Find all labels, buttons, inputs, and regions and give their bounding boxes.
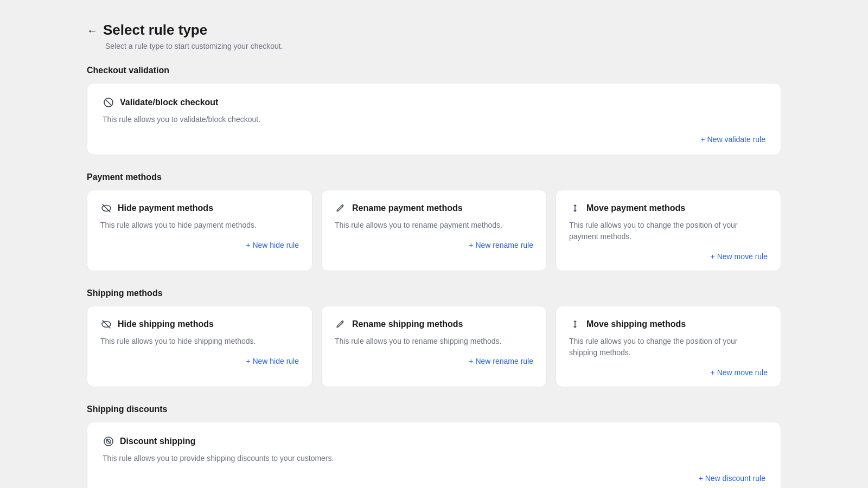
card-title-discount-shipping: Discount shipping xyxy=(120,436,196,446)
card-desc-move-shipping: This rule allows you to change the posit… xyxy=(569,336,768,358)
section-title-checkout-validation: Checkout validation xyxy=(87,66,781,75)
link-new-hide-shipping-rule[interactable]: + New hide rule xyxy=(246,357,299,365)
page-subtitle: Select a rule type to start customizing … xyxy=(105,42,781,50)
link-new-move-payment-rule[interactable]: + New move rule xyxy=(711,252,768,261)
card-desc-hide-shipping: This rule allows you to hide shipping me… xyxy=(100,336,299,347)
card-validate-block: Validate/block checkout This rule allows… xyxy=(87,83,781,155)
back-arrow[interactable]: ← xyxy=(87,25,98,36)
card-discount-shipping: Discount shipping This rule allows you t… xyxy=(87,422,781,488)
svg-line-1 xyxy=(105,99,112,106)
link-new-rename-shipping-rule[interactable]: + New rename rule xyxy=(469,357,533,365)
card-title-rename-shipping: Rename shipping methods xyxy=(352,319,463,329)
card-desc-discount-shipping: This rule allows you to provide shipping… xyxy=(103,453,765,464)
cards-grid-shipping: Hide shipping methods This rule allows y… xyxy=(87,306,781,387)
link-new-validate-rule[interactable]: + New validate rule xyxy=(701,135,765,144)
card-move-shipping: Move shipping methods This rule allows y… xyxy=(556,306,781,387)
card-title-hide-payment: Hide payment methods xyxy=(118,203,213,213)
card-desc-rename-shipping: This rule allows you to rename shipping … xyxy=(335,336,533,347)
card-desc-hide-payment: This rule allows you to hide payment met… xyxy=(100,220,299,231)
section-title-payment-methods: Payment methods xyxy=(87,172,781,182)
move-payment-icon xyxy=(569,202,581,214)
back-header: ← Select rule type xyxy=(87,22,781,38)
section-shipping-discounts: Shipping discounts Discount shipping Thi… xyxy=(87,404,781,488)
card-title-validate-block: Validate/block checkout xyxy=(120,98,218,107)
card-move-payment: Move payment methods This rule allows yo… xyxy=(556,190,781,271)
discount-icon xyxy=(103,435,114,447)
page-title: Select rule type xyxy=(103,22,207,38)
move-shipping-icon xyxy=(569,318,581,330)
section-checkout-validation: Checkout validation Validate/block check… xyxy=(87,66,781,155)
link-new-discount-rule[interactable]: + New discount rule xyxy=(699,474,765,483)
hide-payment-icon xyxy=(100,202,112,214)
cards-grid-payment: Hide payment methods This rule allows yo… xyxy=(87,190,781,271)
card-desc-validate-block: This rule allows you to validate/block c… xyxy=(103,114,765,125)
hide-shipping-icon xyxy=(100,318,112,330)
section-payment-methods: Payment methods Hide payment methods Thi… xyxy=(87,172,781,271)
section-title-shipping-methods: Shipping methods xyxy=(87,288,781,298)
link-new-hide-payment-rule[interactable]: + New hide rule xyxy=(246,241,299,249)
card-desc-rename-payment: This rule allows you to rename payment m… xyxy=(335,220,533,231)
card-rename-payment: Rename payment methods This rule allows … xyxy=(321,190,547,271)
card-title-move-shipping: Move shipping methods xyxy=(586,319,686,329)
rename-payment-icon xyxy=(335,202,347,214)
card-hide-shipping: Hide shipping methods This rule allows y… xyxy=(87,306,312,387)
card-title-move-payment: Move payment methods xyxy=(586,203,685,213)
card-hide-payment: Hide payment methods This rule allows yo… xyxy=(87,190,312,271)
rename-shipping-icon xyxy=(335,318,347,330)
card-title-hide-shipping: Hide shipping methods xyxy=(118,319,214,329)
card-desc-move-payment: This rule allows you to change the posit… xyxy=(569,220,768,242)
link-new-move-shipping-rule[interactable]: + New move rule xyxy=(711,368,768,377)
section-title-shipping-discounts: Shipping discounts xyxy=(87,404,781,414)
card-title-rename-payment: Rename payment methods xyxy=(352,203,463,213)
block-icon xyxy=(103,97,114,108)
section-shipping-methods: Shipping methods Hide shipping methods T… xyxy=(87,288,781,387)
card-rename-shipping: Rename shipping methods This rule allows… xyxy=(321,306,547,387)
link-new-rename-payment-rule[interactable]: + New rename rule xyxy=(469,241,533,249)
